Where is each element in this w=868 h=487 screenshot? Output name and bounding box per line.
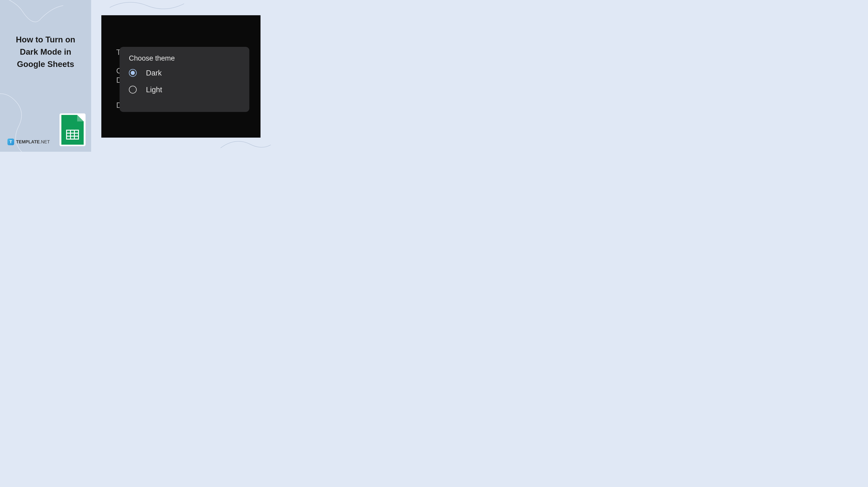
brand-text: TEMPLATE.NET	[16, 139, 50, 145]
brand-suffix: .NET	[40, 139, 50, 144]
dialog-title: Choose theme	[129, 54, 240, 62]
brand-icon-letter: T	[9, 140, 12, 144]
brand-logo: T TEMPLATE.NET	[7, 139, 50, 145]
radio-label-dark: Dark	[146, 69, 162, 77]
theme-option-dark[interactable]: Dark	[129, 69, 240, 77]
left-panel: How to Turn on Dark Mode in Google Sheet…	[0, 0, 91, 152]
right-panel: T C D D Choose theme Dark Light	[91, 0, 271, 152]
radio-selected-icon	[129, 69, 137, 77]
brand-name: TEMPLATE	[16, 139, 40, 144]
theme-option-light[interactable]: Light	[129, 86, 240, 94]
choose-theme-dialog: Choose theme Dark Light	[120, 47, 249, 112]
radio-unselected-icon	[129, 86, 137, 94]
article-title: How to Turn on Dark Mode in Google Sheet…	[7, 33, 84, 70]
brand-icon: T	[7, 139, 14, 145]
google-sheets-icon	[60, 114, 86, 146]
screenshot-container: T C D D Choose theme Dark Light	[101, 15, 260, 138]
radio-label-light: Light	[146, 86, 162, 94]
